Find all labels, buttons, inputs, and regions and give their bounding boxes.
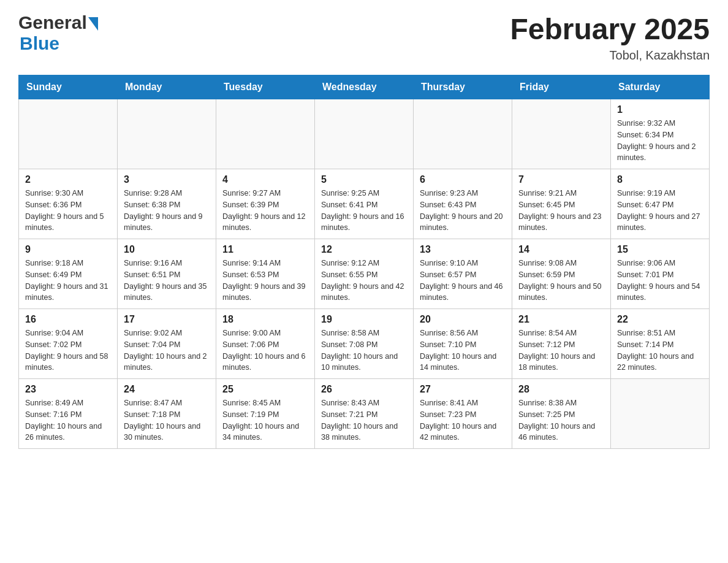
- calendar-cell: 1Sunrise: 9:32 AMSunset: 6:34 PMDaylight…: [611, 99, 710, 169]
- day-number: 19: [321, 314, 407, 325]
- calendar-cell: [19, 99, 118, 169]
- col-thursday: Thursday: [414, 75, 512, 99]
- calendar-cell: 24Sunrise: 8:47 AMSunset: 7:18 PMDayligh…: [118, 379, 216, 449]
- day-info: Sunrise: 9:12 AMSunset: 6:55 PMDaylight:…: [321, 258, 407, 304]
- calendar-cell: 17Sunrise: 9:02 AMSunset: 7:04 PMDayligh…: [118, 309, 216, 379]
- day-number: 2: [25, 174, 111, 185]
- day-info: Sunrise: 8:49 AMSunset: 7:16 PMDaylight:…: [25, 397, 111, 443]
- day-number: 22: [617, 314, 703, 325]
- week-row-1: 1Sunrise: 9:32 AMSunset: 6:34 PMDaylight…: [19, 99, 710, 169]
- calendar-cell: 25Sunrise: 8:45 AMSunset: 7:19 PMDayligh…: [216, 379, 315, 449]
- calendar-cell: 15Sunrise: 9:06 AMSunset: 7:01 PMDayligh…: [611, 239, 710, 309]
- calendar-cell: 6Sunrise: 9:23 AMSunset: 6:43 PMDaylight…: [414, 169, 512, 239]
- calendar-cell: 13Sunrise: 9:10 AMSunset: 6:57 PMDayligh…: [414, 239, 512, 309]
- day-number: 15: [617, 244, 703, 255]
- page-title: February 2025: [510, 12, 710, 46]
- day-info: Sunrise: 9:04 AMSunset: 7:02 PMDaylight:…: [25, 327, 111, 373]
- calendar-body: 1Sunrise: 9:32 AMSunset: 6:34 PMDaylight…: [19, 99, 710, 449]
- day-number: 16: [25, 314, 111, 325]
- day-info: Sunrise: 8:51 AMSunset: 7:14 PMDaylight:…: [617, 327, 703, 373]
- col-tuesday: Tuesday: [216, 75, 315, 99]
- day-info: Sunrise: 8:45 AMSunset: 7:19 PMDaylight:…: [222, 397, 308, 443]
- day-number: 9: [25, 244, 111, 255]
- calendar-cell: 26Sunrise: 8:43 AMSunset: 7:21 PMDayligh…: [315, 379, 414, 449]
- day-number: 17: [124, 314, 210, 325]
- logo-general: General: [18, 12, 87, 33]
- day-info: Sunrise: 8:58 AMSunset: 7:08 PMDaylight:…: [321, 327, 407, 373]
- day-number: 27: [420, 384, 506, 395]
- day-info: Sunrise: 9:19 AMSunset: 6:47 PMDaylight:…: [617, 188, 703, 234]
- calendar-cell: 9Sunrise: 9:18 AMSunset: 6:49 PMDaylight…: [19, 239, 118, 309]
- day-number: 21: [518, 314, 604, 325]
- day-info: Sunrise: 9:10 AMSunset: 6:57 PMDaylight:…: [420, 258, 506, 304]
- day-info: Sunrise: 9:14 AMSunset: 6:53 PMDaylight:…: [222, 258, 308, 304]
- page-header: General Blue February 2025 Tobol, Kazakh…: [18, 12, 710, 63]
- day-info: Sunrise: 8:54 AMSunset: 7:12 PMDaylight:…: [518, 327, 604, 373]
- calendar-cell: 10Sunrise: 9:16 AMSunset: 6:51 PMDayligh…: [118, 239, 216, 309]
- day-number: 4: [222, 174, 308, 185]
- calendar-table: Sunday Monday Tuesday Wednesday Thursday…: [18, 75, 710, 449]
- calendar-cell: [216, 99, 315, 169]
- col-saturday: Saturday: [611, 75, 710, 99]
- calendar-cell: 8Sunrise: 9:19 AMSunset: 6:47 PMDaylight…: [611, 169, 710, 239]
- day-number: 14: [518, 244, 604, 255]
- calendar-cell: 22Sunrise: 8:51 AMSunset: 7:14 PMDayligh…: [611, 309, 710, 379]
- day-number: 18: [222, 314, 308, 325]
- calendar-cell: 28Sunrise: 8:38 AMSunset: 7:25 PMDayligh…: [512, 379, 611, 449]
- calendar-cell: 27Sunrise: 8:41 AMSunset: 7:23 PMDayligh…: [414, 379, 512, 449]
- day-number: 24: [124, 384, 210, 395]
- calendar-cell: 21Sunrise: 8:54 AMSunset: 7:12 PMDayligh…: [512, 309, 611, 379]
- day-info: Sunrise: 9:28 AMSunset: 6:38 PMDaylight:…: [124, 188, 210, 234]
- day-info: Sunrise: 8:43 AMSunset: 7:21 PMDaylight:…: [321, 397, 407, 443]
- calendar-cell: 5Sunrise: 9:25 AMSunset: 6:41 PMDaylight…: [315, 169, 414, 239]
- calendar-cell: 23Sunrise: 8:49 AMSunset: 7:16 PMDayligh…: [19, 379, 118, 449]
- day-number: 20: [420, 314, 506, 325]
- logo-triangle-icon: [88, 17, 98, 31]
- week-row-3: 9Sunrise: 9:18 AMSunset: 6:49 PMDaylight…: [19, 239, 710, 309]
- day-info: Sunrise: 9:32 AMSunset: 6:34 PMDaylight:…: [617, 118, 703, 164]
- calendar-cell: 2Sunrise: 9:30 AMSunset: 6:36 PMDaylight…: [19, 169, 118, 239]
- calendar-cell: 20Sunrise: 8:56 AMSunset: 7:10 PMDayligh…: [414, 309, 512, 379]
- day-number: 23: [25, 384, 111, 395]
- day-info: Sunrise: 8:41 AMSunset: 7:23 PMDaylight:…: [420, 397, 506, 443]
- calendar-cell: 7Sunrise: 9:21 AMSunset: 6:45 PMDaylight…: [512, 169, 611, 239]
- calendar-cell: [512, 99, 611, 169]
- day-info: Sunrise: 9:23 AMSunset: 6:43 PMDaylight:…: [420, 188, 506, 234]
- day-info: Sunrise: 9:30 AMSunset: 6:36 PMDaylight:…: [25, 188, 111, 234]
- calendar-cell: 3Sunrise: 9:28 AMSunset: 6:38 PMDaylight…: [118, 169, 216, 239]
- calendar-cell: [315, 99, 414, 169]
- logo: General Blue: [18, 12, 98, 54]
- page-subtitle: Tobol, Kazakhstan: [510, 48, 710, 63]
- day-number: 5: [321, 174, 407, 185]
- week-row-4: 16Sunrise: 9:04 AMSunset: 7:02 PMDayligh…: [19, 309, 710, 379]
- calendar-cell: 12Sunrise: 9:12 AMSunset: 6:55 PMDayligh…: [315, 239, 414, 309]
- day-number: 6: [420, 174, 506, 185]
- day-number: 28: [518, 384, 604, 395]
- day-info: Sunrise: 8:47 AMSunset: 7:18 PMDaylight:…: [124, 397, 210, 443]
- day-info: Sunrise: 9:06 AMSunset: 7:01 PMDaylight:…: [617, 258, 703, 304]
- day-number: 26: [321, 384, 407, 395]
- col-monday: Monday: [118, 75, 216, 99]
- day-number: 1: [617, 104, 703, 115]
- day-number: 3: [124, 174, 210, 185]
- week-row-2: 2Sunrise: 9:30 AMSunset: 6:36 PMDaylight…: [19, 169, 710, 239]
- calendar-cell: [414, 99, 512, 169]
- title-block: February 2025 Tobol, Kazakhstan: [510, 12, 710, 63]
- day-info: Sunrise: 9:18 AMSunset: 6:49 PMDaylight:…: [25, 258, 111, 304]
- calendar-cell: 19Sunrise: 8:58 AMSunset: 7:08 PMDayligh…: [315, 309, 414, 379]
- day-info: Sunrise: 9:16 AMSunset: 6:51 PMDaylight:…: [124, 258, 210, 304]
- day-info: Sunrise: 9:02 AMSunset: 7:04 PMDaylight:…: [124, 327, 210, 373]
- day-info: Sunrise: 9:25 AMSunset: 6:41 PMDaylight:…: [321, 188, 407, 234]
- calendar-header: Sunday Monday Tuesday Wednesday Thursday…: [19, 75, 710, 99]
- day-info: Sunrise: 8:38 AMSunset: 7:25 PMDaylight:…: [518, 397, 604, 443]
- day-number: 25: [222, 384, 308, 395]
- calendar-cell: 14Sunrise: 9:08 AMSunset: 6:59 PMDayligh…: [512, 239, 611, 309]
- calendar-cell: 16Sunrise: 9:04 AMSunset: 7:02 PMDayligh…: [19, 309, 118, 379]
- day-info: Sunrise: 9:27 AMSunset: 6:39 PMDaylight:…: [222, 188, 308, 234]
- calendar-cell: [611, 379, 710, 449]
- day-info: Sunrise: 8:56 AMSunset: 7:10 PMDaylight:…: [420, 327, 506, 373]
- day-number: 7: [518, 174, 604, 185]
- calendar-cell: [118, 99, 216, 169]
- day-info: Sunrise: 9:08 AMSunset: 6:59 PMDaylight:…: [518, 258, 604, 304]
- day-number: 13: [420, 244, 506, 255]
